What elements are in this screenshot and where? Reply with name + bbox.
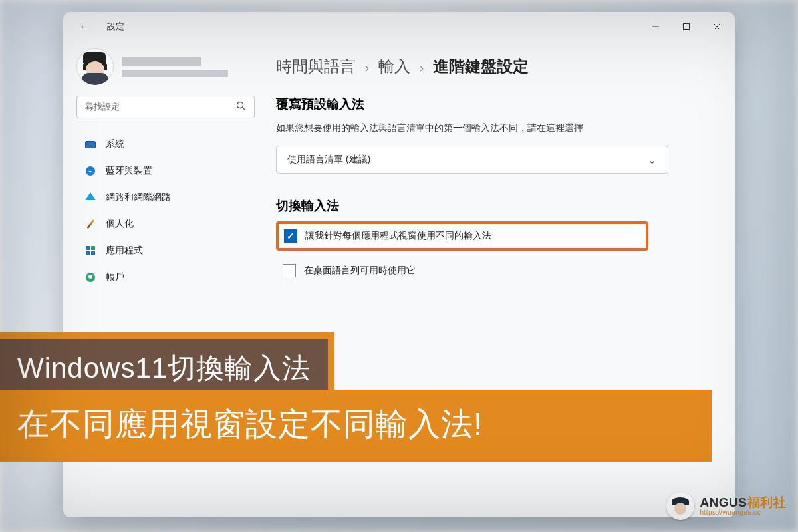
minimize-button[interactable] [640, 12, 671, 41]
sidebar-item-label: 網路和網際網路 [106, 192, 171, 203]
overlay-banner-2: 在不同應用視窗設定不同輸入法! [0, 390, 712, 462]
search-icon [236, 101, 246, 113]
sidebar-item-system[interactable]: 系統 [76, 132, 255, 157]
maximize-button[interactable] [671, 12, 702, 41]
per-app-ime-option[interactable]: ✓ 讓我針對每個應用程式視窗使用不同的輸入法 [276, 221, 648, 251]
profile-block[interactable] [76, 48, 255, 85]
sidebar-item-accounts[interactable]: 帳戶 [76, 265, 255, 290]
watermark-avatar [666, 492, 694, 520]
override-section-desc: 如果您想要使用的輸入法與語言清單中的第一個輸入法不同，請在這裡選擇 [276, 120, 648, 136]
overlay-banner-1: Windows11切換輸入法 [0, 332, 334, 395]
sidebar-item-label: 系統 [106, 138, 124, 150]
close-button[interactable] [702, 12, 732, 41]
default-ime-select[interactable]: 使用語言清單 (建議) ⌄ [276, 146, 668, 174]
sidebar-item-bluetooth[interactable]: ⌁ 藍牙與裝置 [76, 158, 255, 184]
breadcrumb-level1[interactable]: 時間與語言 [276, 56, 356, 77]
switch-section-title: 切換輸入法 [276, 198, 708, 215]
desktop-lang-bar-label: 在桌面語言列可用時使用它 [304, 265, 416, 277]
svg-point-4 [237, 102, 243, 108]
search-placeholder: 尋找設定 [85, 101, 120, 113]
per-app-ime-checkbox[interactable]: ✓ [284, 229, 297, 243]
search-input[interactable]: 尋找設定 [76, 96, 255, 118]
sidebar-item-label: 應用程式 [106, 245, 143, 257]
check-icon: ✓ [287, 231, 295, 241]
watermark-url: https://wuangus.cc [700, 509, 786, 517]
breadcrumb-level2[interactable]: 輸入 [378, 56, 410, 77]
system-icon [84, 138, 96, 150]
breadcrumb: 時間與語言 › 輸入 › 進階鍵盤設定 [276, 56, 708, 77]
profile-email-redacted [122, 70, 228, 77]
chevron-right-icon: › [420, 61, 424, 75]
svg-rect-1 [684, 24, 690, 30]
watermark: ANGUS福利社 https://wuangus.cc [666, 492, 786, 520]
override-section-title: 覆寫預設輸入法 [276, 96, 708, 113]
overlay-line1: Windows11切換輸入法 [17, 350, 311, 387]
per-app-ime-label: 讓我針對每個應用程式視窗使用不同的輸入法 [305, 230, 491, 242]
sidebar-item-label: 帳戶 [106, 271, 124, 283]
sidebar-item-network[interactable]: 網路和網際網路 [76, 185, 255, 210]
wifi-icon [84, 192, 96, 203]
breadcrumb-current: 進階鍵盤設定 [433, 56, 529, 77]
app-title: 設定 [107, 21, 124, 33]
svg-line-5 [243, 108, 245, 110]
account-icon [84, 271, 96, 283]
profile-name-redacted [122, 57, 201, 66]
desktop-lang-bar-checkbox[interactable] [283, 264, 296, 277]
avatar [76, 48, 114, 85]
sidebar-item-apps[interactable]: 應用程式 [76, 238, 255, 263]
pencil-icon [84, 218, 96, 230]
chevron-down-icon: ⌄ [647, 152, 657, 167]
apps-icon [84, 245, 96, 257]
overlay-line2: 在不同應用視窗設定不同輸入法! [17, 403, 694, 446]
back-button[interactable]: ← [74, 18, 95, 35]
chevron-right-icon: › [365, 61, 369, 75]
sidebar-item-personalization[interactable]: 個人化 [76, 211, 255, 237]
desktop-lang-bar-option[interactable]: 在桌面語言列可用時使用它 [276, 257, 648, 284]
watermark-brand: ANGUS福利社 [700, 496, 786, 509]
select-value: 使用語言清單 (建議) [287, 154, 370, 166]
sidebar-item-label: 個人化 [106, 218, 134, 230]
titlebar: ← 設定 [63, 12, 735, 41]
sidebar-item-label: 藍牙與裝置 [106, 165, 152, 177]
bluetooth-icon: ⌁ [84, 165, 96, 177]
